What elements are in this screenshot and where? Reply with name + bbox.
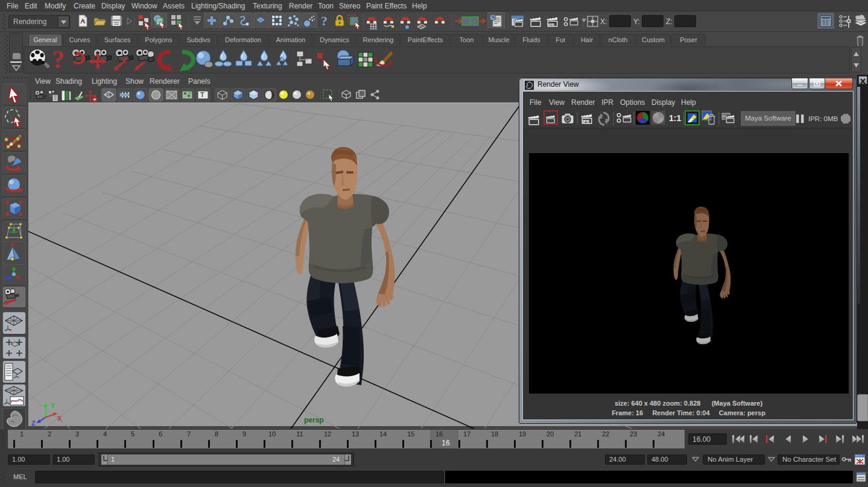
svg-text:Maya Software: Maya Software — [745, 115, 791, 122]
svg-text:?: ? — [321, 13, 328, 28]
svg-text:1:1: 1:1 — [669, 113, 681, 123]
svg-text:IPR: IPR — [583, 119, 589, 124]
svg-text:X: X — [57, 415, 62, 422]
svg-text:persp: persp — [304, 416, 324, 424]
svg-text:T: T — [200, 91, 204, 98]
svg-text:IPR: IPR — [548, 23, 555, 27]
svg-text:Z: Z — [31, 419, 36, 427]
svg-text:?: ? — [52, 48, 65, 72]
svg-text:Y: Y — [51, 402, 55, 409]
svg-text:IPR: 0MB: IPR: 0MB — [808, 115, 838, 122]
